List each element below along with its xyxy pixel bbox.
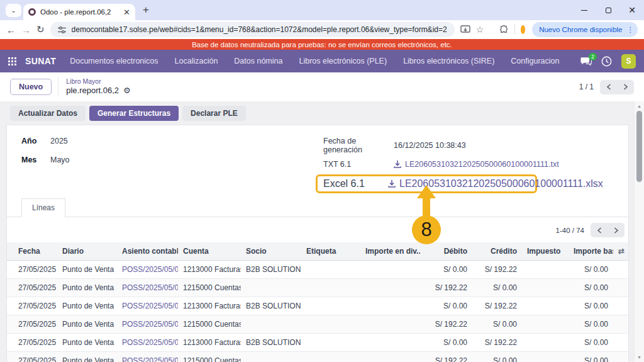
table-row[interactable]: 27/05/2025 Punto de Venta POSS/2025/05/0… [7, 297, 629, 315]
extensions-icon[interactable] [499, 25, 509, 35]
table-cell[interactable]: 1213000 Facturas... [178, 334, 241, 352]
forward-button[interactable]: → [21, 25, 31, 35]
maximize-button[interactable] [596, 0, 620, 20]
vertical-scrollbar[interactable]: ▲ ▼ [634, 101, 644, 362]
table-cell[interactable]: B2B SOLUTIONS ... [241, 261, 301, 279]
table-cell[interactable]: S/ 0.00 [472, 279, 522, 297]
tab-close-icon[interactable]: ✕ [123, 8, 130, 16]
table-cell[interactable]: POSS/2025/05/0... [117, 352, 178, 362]
table-row[interactable]: 27/05/2025 Punto de Venta POSS/2025/05/0… [7, 352, 629, 362]
bookmark-star-icon[interactable]: ☆ [476, 25, 484, 35]
record-actions-gear-icon[interactable]: ⚙ [123, 86, 131, 96]
user-avatar[interactable]: S [621, 54, 636, 69]
install-icon[interactable] [460, 25, 470, 34]
table-cell[interactable] [241, 315, 301, 334]
table-cell[interactable]: 27/05/2025 [7, 297, 57, 315]
declarar-ple-button[interactable]: Declarar PLE [182, 106, 246, 121]
table-cell[interactable]: POSS/2025/05/0... [117, 334, 178, 352]
table-cell[interactable]: B2B SOLUTIONS ... [241, 297, 301, 315]
nav-item[interactable]: Configuracion [511, 57, 559, 65]
table-cell[interactable]: S/ 192.22 [420, 315, 472, 334]
col-debito[interactable]: Débito [420, 242, 472, 261]
table-cell[interactable]: 27/05/2025 [7, 279, 57, 297]
scroll-up-icon[interactable]: ▲ [635, 104, 644, 108]
nav-item[interactable]: Libros electrónicos (SIRE) [403, 57, 494, 65]
table-cell[interactable]: S/ 192.22 [472, 261, 522, 279]
table-cell[interactable]: POSS/2025/05/0... [117, 279, 178, 297]
table-cell[interactable]: S/ 0.00 [569, 315, 613, 334]
table-cell[interactable]: Punto de Venta [57, 261, 117, 279]
table-cell[interactable] [301, 261, 360, 279]
table-cell[interactable]: S/ 192.22 [420, 279, 472, 297]
col-importe-div[interactable]: Importe en div... [360, 242, 420, 261]
table-cell[interactable]: Punto de Venta [57, 334, 117, 352]
tab-search-button[interactable]: ⌄ [6, 4, 21, 17]
table-cell[interactable] [522, 279, 569, 297]
table-cell[interactable]: S/ 192.22 [420, 352, 472, 362]
table-cell[interactable]: 27/05/2025 [7, 334, 57, 352]
site-settings-icon[interactable] [58, 26, 66, 34]
table-cell[interactable]: POSS/2025/05/0... [117, 315, 178, 334]
activities-clock-icon[interactable] [601, 56, 612, 67]
reload-button[interactable]: ↻ [36, 24, 45, 35]
scrollbar-thumb[interactable] [636, 111, 642, 182]
table-cell[interactable]: POSS/2025/05/0... [117, 297, 178, 315]
table-cell[interactable] [360, 334, 420, 352]
table-cell[interactable] [301, 352, 360, 362]
table-cell[interactable]: 27/05/2025 [7, 261, 57, 279]
col-cuenta[interactable]: Cuenta [178, 242, 241, 261]
table-cell[interactable] [522, 297, 569, 315]
breadcrumb-parent-link[interactable]: Libro Mayor [66, 77, 131, 86]
address-bar[interactable]: democontable17.solse.pe/web#cids=1&menu_… [50, 22, 455, 37]
col-impuesto[interactable]: Impuesto [522, 242, 569, 261]
list-previous-button[interactable] [591, 223, 608, 237]
col-credito[interactable]: Crédito [472, 242, 522, 261]
table-cell[interactable]: 27/05/2025 [7, 352, 57, 362]
table-cell[interactable]: S/ 0.00 [569, 279, 613, 297]
table-cell[interactable] [241, 279, 301, 297]
new-tab-button[interactable]: + [143, 4, 149, 16]
profile-avatar-icon[interactable] [521, 25, 525, 34]
table-cell[interactable] [360, 297, 420, 315]
list-next-button[interactable] [608, 223, 625, 237]
table-cell[interactable] [522, 261, 569, 279]
month-value[interactable]: Mayo [50, 156, 70, 164]
table-cell[interactable]: POSS/2025/05/0... [117, 261, 178, 279]
col-etiqueta[interactable]: Etiqueta [301, 242, 360, 261]
table-cell[interactable]: 1213000 Facturas... [178, 297, 241, 315]
table-cell[interactable]: B2B SOLUTIONS ... [241, 334, 301, 352]
scroll-down-icon[interactable]: ▼ [635, 355, 644, 359]
optional-columns-icon[interactable]: ⇄ [613, 242, 629, 261]
tab-lineas[interactable]: Líneas [21, 198, 65, 217]
txt-download-link[interactable]: LE2060531032120250500060100001111.txt [394, 160, 559, 169]
new-record-button[interactable]: Nuevo [10, 79, 52, 95]
table-cell[interactable]: S/ 0.00 [569, 297, 613, 315]
table-cell[interactable]: S/ 192.22 [472, 334, 522, 352]
table-cell[interactable]: S/ 0.00 [569, 334, 613, 352]
nav-item[interactable]: Documentos electronicos [70, 57, 158, 65]
nav-item[interactable]: Localización [175, 57, 218, 65]
back-button[interactable]: ← [6, 25, 16, 35]
nav-item[interactable]: Libros electrónicos (PLE) [299, 57, 387, 65]
table-cell[interactable]: S/ 192.22 [472, 297, 522, 315]
table-row[interactable]: 27/05/2025 Punto de Venta POSS/2025/05/0… [7, 334, 629, 352]
chrome-update-button[interactable]: Nuevo Chrome disponible ⋮ [532, 22, 638, 37]
table-cell[interactable]: Punto de Venta [57, 279, 117, 297]
col-fecha[interactable]: Fecha [7, 242, 57, 261]
table-cell[interactable]: S/ 0.00 [472, 315, 522, 334]
year-value[interactable]: 2025 [50, 137, 68, 145]
pager-previous-button[interactable] [600, 80, 617, 94]
table-cell[interactable]: S/ 0.00 [420, 297, 472, 315]
table-cell[interactable]: S/ 0.00 [569, 352, 613, 362]
table-cell[interactable] [360, 279, 420, 297]
table-cell[interactable]: 1215000 Cuentas... [178, 279, 241, 297]
table-cell[interactable] [301, 315, 360, 334]
table-cell[interactable] [301, 279, 360, 297]
col-asiento[interactable]: Asiento contable [117, 242, 178, 261]
table-row[interactable]: 27/05/2025 Punto de Venta POSS/2025/05/0… [7, 261, 629, 279]
table-cell[interactable]: Punto de Venta [57, 315, 117, 334]
actualizar-datos-button[interactable]: Actualizar Datos [10, 106, 86, 121]
messages-button[interactable]: 2 [580, 57, 592, 66]
table-cell[interactable] [360, 315, 420, 334]
table-row[interactable]: 27/05/2025 Punto de Venta POSS/2025/05/0… [7, 279, 629, 297]
